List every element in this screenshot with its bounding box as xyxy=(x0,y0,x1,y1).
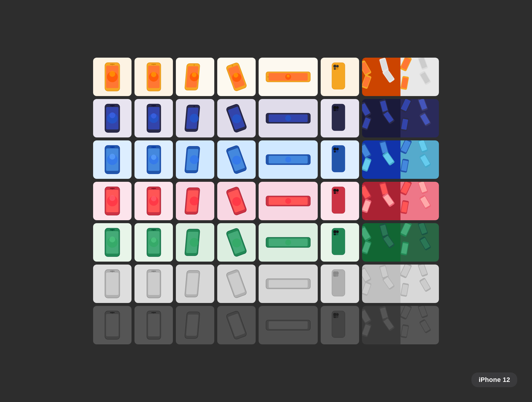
svg-point-63 xyxy=(190,114,199,123)
pattern-group-purple xyxy=(362,99,439,137)
cell-green-tilted[interactable] xyxy=(217,223,256,262)
cell-pink-front[interactable] xyxy=(93,182,132,220)
cell-lgray-angled[interactable] xyxy=(176,265,214,303)
svg-rect-35 xyxy=(380,59,388,70)
svg-rect-162 xyxy=(380,183,388,194)
cell-dgray-tilted[interactable] xyxy=(217,306,256,344)
cell-pink-front2[interactable] xyxy=(134,182,173,220)
svg-point-62 xyxy=(193,106,195,107)
row-pink xyxy=(93,182,439,220)
pattern-cell-green-1 xyxy=(362,223,400,262)
cell-lgray-tilted[interactable] xyxy=(217,265,256,303)
svg-point-180 xyxy=(109,236,115,242)
svg-point-200 xyxy=(334,234,336,235)
pattern-cell-yellow-2 xyxy=(400,58,439,96)
pattern-group-blue xyxy=(362,140,439,179)
cell-blue-landscape[interactable] xyxy=(259,140,318,179)
cell-pink-back[interactable] xyxy=(321,182,359,220)
svg-point-72 xyxy=(333,106,336,109)
svg-rect-220 xyxy=(110,271,115,272)
cell-lgray-front[interactable] xyxy=(93,265,132,303)
cell-yellow-front[interactable] xyxy=(93,58,132,96)
cell-dgray-front[interactable] xyxy=(93,306,132,344)
svg-point-198 xyxy=(333,230,336,233)
svg-rect-265 xyxy=(269,321,308,329)
svg-point-69 xyxy=(285,115,291,121)
svg-rect-142 xyxy=(151,188,156,189)
svg-point-189 xyxy=(190,238,199,247)
cell-green-front2[interactable] xyxy=(134,223,173,262)
pattern-cell-lgray-1 xyxy=(362,265,400,303)
cell-dgray-landscape[interactable] xyxy=(259,306,318,344)
cell-green-back[interactable] xyxy=(321,223,359,262)
svg-rect-178 xyxy=(110,229,115,230)
pattern-cell-dgray-1 xyxy=(362,306,400,344)
svg-rect-261 xyxy=(186,315,198,336)
cell-yellow-landscape[interactable] xyxy=(259,58,318,96)
svg-rect-51 xyxy=(110,105,115,106)
svg-rect-3 xyxy=(110,64,115,65)
cell-blue-back[interactable] xyxy=(321,140,359,179)
svg-point-234 xyxy=(336,272,339,274)
cell-blue-angled[interactable] xyxy=(176,140,214,179)
row-green xyxy=(93,223,439,262)
svg-rect-78 xyxy=(380,100,388,112)
cell-green-angled[interactable] xyxy=(176,223,214,262)
cell-green-front[interactable] xyxy=(93,223,132,262)
svg-point-157 xyxy=(336,189,339,192)
svg-rect-94 xyxy=(110,147,115,147)
svg-point-195 xyxy=(285,239,291,245)
cell-pink-landscape[interactable] xyxy=(259,182,318,220)
cell-dgray-back[interactable] xyxy=(321,306,359,344)
cell-green-landscape[interactable] xyxy=(259,223,318,262)
pattern-group-green xyxy=(362,223,439,262)
svg-rect-136 xyxy=(110,188,115,189)
svg-point-26 xyxy=(287,74,290,77)
svg-point-5 xyxy=(109,71,115,77)
svg-rect-9 xyxy=(151,64,156,65)
cell-lgray-landscape[interactable] xyxy=(259,265,318,303)
cell-purple-landscape[interactable] xyxy=(259,99,318,137)
grid-container xyxy=(87,52,445,350)
cell-purple-angled[interactable] xyxy=(176,99,214,137)
tooltip-label: iPhone 12 xyxy=(479,376,510,383)
svg-point-105 xyxy=(190,155,199,164)
cell-purple-front[interactable] xyxy=(93,99,132,137)
cell-purple-tilted[interactable] xyxy=(217,99,256,137)
cell-purple-front2[interactable] xyxy=(134,99,173,137)
pattern-group-lgray xyxy=(362,265,439,303)
cell-yellow-back[interactable] xyxy=(321,58,359,96)
cell-lgray-front2[interactable] xyxy=(134,265,173,303)
cell-pink-tilted[interactable] xyxy=(217,182,256,220)
cell-blue-front[interactable] xyxy=(93,140,132,179)
cell-pink-angled[interactable] xyxy=(176,182,214,220)
cell-blue-front2[interactable] xyxy=(134,140,173,179)
cell-yellow-angled[interactable] xyxy=(176,58,214,96)
svg-point-235 xyxy=(334,275,336,277)
tooltip: iPhone 12 xyxy=(471,372,517,387)
pattern-cell-blue-1 xyxy=(362,140,400,179)
cell-dgray-angled[interactable] xyxy=(176,306,214,344)
cell-blue-tilted[interactable] xyxy=(217,140,256,179)
pattern-cell-yellow-1 xyxy=(362,58,400,96)
pattern-cell-pink-2 xyxy=(400,182,439,220)
pattern-cell-pink-1 xyxy=(362,182,400,220)
svg-rect-274 xyxy=(380,307,388,319)
svg-point-29 xyxy=(333,65,336,68)
svg-rect-226 xyxy=(186,273,198,294)
cell-yellow-tilted[interactable] xyxy=(217,58,256,96)
pattern-group-dgray xyxy=(362,306,439,344)
svg-point-53 xyxy=(109,112,115,118)
row-darkgray xyxy=(93,306,439,344)
pattern-group-yellow xyxy=(362,58,439,96)
svg-rect-239 xyxy=(380,266,388,277)
cell-purple-back[interactable] xyxy=(321,99,359,137)
cell-dgray-front2[interactable] xyxy=(134,306,173,344)
svg-point-138 xyxy=(109,195,115,201)
svg-point-116 xyxy=(334,151,336,153)
svg-point-269 xyxy=(336,313,339,316)
svg-rect-259 xyxy=(151,312,156,313)
cell-lgray-back[interactable] xyxy=(321,265,359,303)
svg-point-73 xyxy=(336,106,339,109)
cell-yellow-front2[interactable] xyxy=(134,58,173,96)
